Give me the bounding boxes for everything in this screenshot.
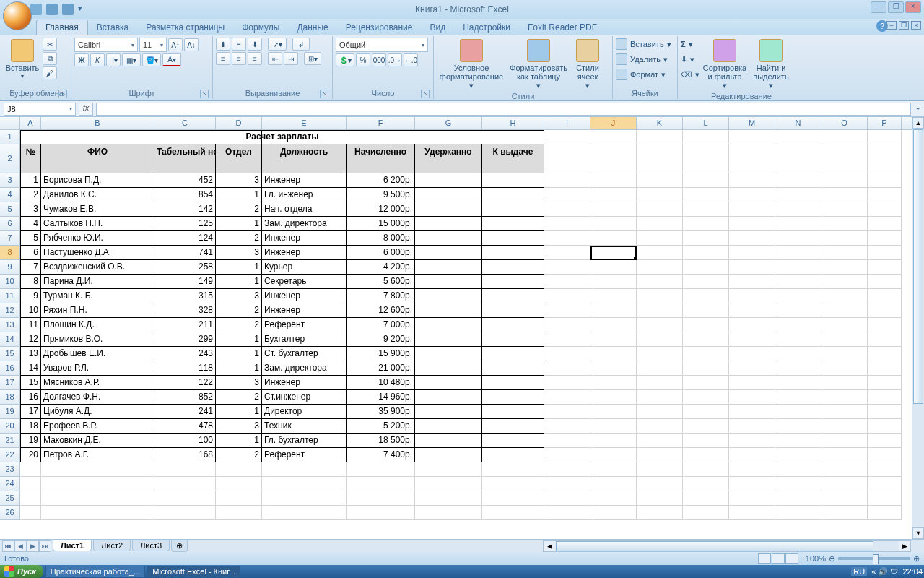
cell-O3[interactable] xyxy=(821,173,868,188)
cell-K12[interactable] xyxy=(637,303,683,318)
cell-O26[interactable] xyxy=(821,506,868,520)
cell-O8[interactable] xyxy=(821,246,868,260)
cell-L3[interactable] xyxy=(683,173,729,188)
fx-button[interactable]: fx xyxy=(79,103,93,116)
cell-M5[interactable] xyxy=(729,202,775,217)
cell-N12[interactable] xyxy=(775,303,821,318)
cell-H8[interactable] xyxy=(482,246,544,260)
cell-O20[interactable] xyxy=(821,419,868,434)
cell-E5[interactable]: Нач. отдела xyxy=(262,202,346,217)
cell-D11[interactable]: 3 xyxy=(216,289,262,303)
cell-D12[interactable]: 2 xyxy=(216,303,262,318)
cell-F24[interactable] xyxy=(346,477,415,491)
cell-C26[interactable] xyxy=(154,506,216,520)
view-normal-button[interactable] xyxy=(758,553,771,564)
cell-M11[interactable] xyxy=(729,289,775,303)
cell-M24[interactable] xyxy=(729,477,775,491)
font-size-combo[interactable]: 11▾ xyxy=(139,38,167,52)
cell-O16[interactable] xyxy=(821,361,868,376)
cell-E10[interactable]: Секретарь xyxy=(262,275,346,289)
cell-P10[interactable] xyxy=(868,275,902,289)
cell-F13[interactable]: 7 000р. xyxy=(346,318,415,332)
cell-L15[interactable] xyxy=(683,347,729,361)
cell-O19[interactable] xyxy=(821,405,868,419)
row-header[interactable]: 1 xyxy=(0,130,20,144)
cell-E23[interactable] xyxy=(262,462,346,477)
cell-E14[interactable]: Бухгалтер xyxy=(262,332,346,347)
cell-G23[interactable] xyxy=(415,462,482,477)
tab-home[interactable]: Главная xyxy=(36,20,88,35)
cell-M7[interactable] xyxy=(729,231,775,246)
underline-button[interactable]: Ч▾ xyxy=(106,53,121,66)
cell-K21[interactable] xyxy=(637,434,683,448)
cell-P3[interactable] xyxy=(868,173,902,188)
cell-D22[interactable]: 2 xyxy=(216,448,262,462)
cell-D13[interactable]: 2 xyxy=(216,318,262,332)
cell-J16[interactable] xyxy=(590,361,637,376)
cell-L6[interactable] xyxy=(683,217,729,231)
cell-N17[interactable] xyxy=(775,376,821,390)
column-header-H[interactable]: H xyxy=(482,117,544,129)
grow-font-button[interactable]: A↑ xyxy=(168,38,183,51)
minimize-button[interactable]: – xyxy=(871,1,886,13)
maximize-button[interactable]: ❐ xyxy=(888,1,904,13)
cell-P7[interactable] xyxy=(868,231,902,246)
cell-I8[interactable] xyxy=(544,246,590,260)
cell-K1[interactable] xyxy=(637,130,683,144)
column-header-L[interactable]: L xyxy=(683,117,729,129)
cell-F15[interactable]: 15 900р. xyxy=(346,347,415,361)
cell-C3[interactable]: 452 xyxy=(154,173,216,188)
cell-P21[interactable] xyxy=(868,434,902,448)
align-bottom-button[interactable]: ⬇ xyxy=(248,38,262,51)
cell-K4[interactable] xyxy=(637,188,683,202)
cell-N9[interactable] xyxy=(775,260,821,275)
cell-D19[interactable]: 1 xyxy=(216,405,262,419)
cell-M21[interactable] xyxy=(729,434,775,448)
cell-K7[interactable] xyxy=(637,231,683,246)
decrease-decimal-button[interactable]: ←.0 xyxy=(404,53,418,66)
undo-icon[interactable] xyxy=(46,4,58,15)
vscroll-thumb[interactable] xyxy=(913,129,923,404)
cell-P19[interactable] xyxy=(868,405,902,419)
cell-A20[interactable]: 18 xyxy=(20,419,41,434)
cell-B25[interactable] xyxy=(41,491,154,506)
row-header[interactable]: 5 xyxy=(0,202,20,217)
cell-A8[interactable]: 6 xyxy=(20,246,41,260)
cell-I24[interactable] xyxy=(544,477,590,491)
shrink-font-button[interactable]: A↓ xyxy=(184,38,199,51)
cell-K5[interactable] xyxy=(637,202,683,217)
cell-F26[interactable] xyxy=(346,506,415,520)
merge-button[interactable]: ⊞▾ xyxy=(304,52,321,65)
row-header[interactable]: 22 xyxy=(0,448,20,462)
row-header[interactable]: 12 xyxy=(0,303,20,318)
cell-M9[interactable] xyxy=(729,260,775,275)
cell-M13[interactable] xyxy=(729,318,775,332)
cell-O7[interactable] xyxy=(821,231,868,246)
cell-A11[interactable]: 9 xyxy=(20,289,41,303)
cell-M18[interactable] xyxy=(729,390,775,405)
font-name-combo[interactable]: Calibri▾ xyxy=(74,38,138,52)
clear-button[interactable]: ⌫ ▾ xyxy=(681,68,699,81)
cell-I25[interactable] xyxy=(544,491,590,506)
cell-A5[interactable]: 3 xyxy=(20,202,41,217)
cell-L1[interactable] xyxy=(683,130,729,144)
cell-D1[interactable] xyxy=(216,130,262,144)
cell-C4[interactable]: 854 xyxy=(154,188,216,202)
align-right-button[interactable]: ≡ xyxy=(248,52,262,65)
column-header-C[interactable]: C xyxy=(154,117,216,129)
cell-P11[interactable] xyxy=(868,289,902,303)
cell-B22[interactable]: Петров А.Г. xyxy=(41,448,154,462)
sheet-nav-next[interactable]: ▶ xyxy=(27,540,39,552)
cell-L18[interactable] xyxy=(683,390,729,405)
cell-O5[interactable] xyxy=(821,202,868,217)
cell-E12[interactable]: Инженер xyxy=(262,303,346,318)
cell-P14[interactable] xyxy=(868,332,902,347)
row-header[interactable]: 20 xyxy=(0,419,20,434)
cell-F21[interactable]: 18 500р. xyxy=(346,434,415,448)
cell-G16[interactable] xyxy=(415,361,482,376)
tab-view[interactable]: Вид xyxy=(421,20,454,35)
cell-H11[interactable] xyxy=(482,289,544,303)
cell-N16[interactable] xyxy=(775,361,821,376)
cell-D5[interactable]: 2 xyxy=(216,202,262,217)
cell-L10[interactable] xyxy=(683,275,729,289)
